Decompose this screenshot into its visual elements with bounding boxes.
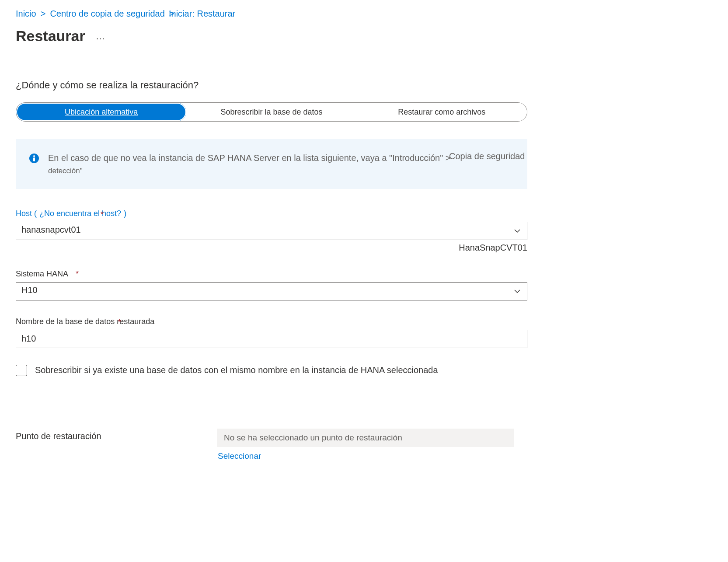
host-label: Host ( ¿No encuentra el host? * ) (16, 209, 527, 218)
breadcrumb: Inicio > Centro de copia de seguridad > … (16, 9, 712, 19)
overwrite-checkbox-label: Sobrescribir si ya existe una base de da… (35, 365, 438, 375)
breadcrumb-home[interactable]: Inicio (16, 9, 36, 19)
info-text: En el caso de que no vea la instancia de… (48, 151, 451, 177)
seg-restore-as-files-label: Restaurar como archivos (398, 108, 485, 117)
info-box: En el caso de que no vea la instancia de… (16, 139, 527, 189)
hana-system-select-wrap: H10 (16, 282, 527, 300)
section-heading: ¿Dónde y cómo se realiza la restauración… (16, 80, 712, 91)
host-select-wrap: hanasnapcvt01 (16, 222, 527, 240)
seg-overwrite-db-label: Sobrescribir la base de datos (220, 108, 322, 117)
host-help-link-text: ¿No encuentra el host? (39, 209, 121, 218)
info-icon-svg (29, 153, 39, 164)
page-root: Inicio > Centro de copia de seguridad > … (0, 0, 728, 470)
seg-alternative-location[interactable]: Ubicación alternativa (16, 103, 186, 121)
restore-point-value-col: No se ha seleccionado un punto de restau… (217, 429, 527, 461)
overwrite-checkbox[interactable] (16, 365, 27, 376)
info-line2: detección" (48, 165, 451, 177)
restore-point-row: Punto de restauración No se ha seleccion… (16, 429, 527, 461)
host-label-prefix: Host ( (16, 209, 37, 218)
host-help-link[interactable]: ¿No encuentra el host? * (39, 209, 121, 218)
hana-system-select[interactable]: H10 (16, 282, 527, 300)
restore-point-readonly: No se ha seleccionado un punto de restau… (217, 429, 514, 447)
restore-location-segmented: Ubicación alternativa Sobrescribir la ba… (16, 102, 527, 122)
page-title: Restaurar (16, 28, 85, 45)
svg-point-1 (33, 155, 35, 157)
info-icon (29, 153, 39, 164)
breadcrumb-restore[interactable]: Iniciar: Restaurar (169, 9, 235, 19)
host-select[interactable]: hanasnapcvt01 (16, 222, 527, 240)
field-hana-system: Sistema HANA * H10 (16, 269, 527, 300)
host-required-marker: * (101, 210, 104, 219)
field-db-name: Nombre de la base de datos restaurada * (16, 317, 527, 348)
hana-system-label: Sistema HANA * (16, 269, 527, 279)
breadcrumb-sep: > (41, 9, 46, 19)
host-selected-hint: HanaSnapCVT01 (16, 243, 527, 253)
db-name-label: Nombre de la base de datos restaurada * (16, 317, 527, 326)
seg-alternative-location-label: Ubicación alternativa (65, 108, 138, 117)
seg-restore-as-files[interactable]: Restaurar como archivos (357, 103, 527, 121)
hana-system-required-marker: * (76, 269, 79, 279)
info-overlap-right: Copia de seguridad (449, 150, 525, 163)
seg-overwrite-db[interactable]: Sobrescribir la base de datos (186, 103, 356, 121)
db-name-required-marker: * (118, 318, 121, 327)
hana-system-label-text: Sistema HANA (16, 269, 68, 279)
more-actions[interactable]: … (96, 31, 106, 42)
db-name-input[interactable] (16, 330, 527, 348)
db-name-label-text: Nombre de la base de datos restaurada (16, 317, 154, 326)
field-host: Host ( ¿No encuentra el host? * ) hanasn… (16, 209, 527, 253)
info-line1: En el caso de que no vea la instancia de… (48, 153, 451, 163)
page-title-row: Restaurar … (16, 28, 712, 45)
host-label-suffix: ) (124, 209, 126, 218)
overwrite-checkbox-row: Sobrescribir si ya existe una base de da… (16, 365, 712, 376)
breadcrumb-backup-center[interactable]: Centro de copia de seguridad (50, 9, 164, 19)
restore-point-select-link[interactable]: Seleccionar (217, 451, 527, 461)
svg-rect-2 (33, 157, 35, 161)
restore-point-label: Punto de restauración (16, 429, 204, 441)
